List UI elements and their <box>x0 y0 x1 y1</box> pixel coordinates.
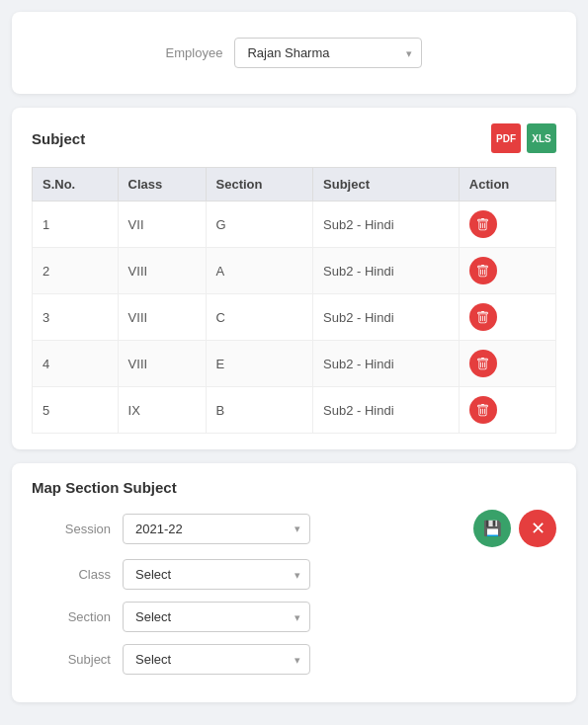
cell-subject: Sub2 - Hindi <box>313 387 460 434</box>
section-select[interactable]: Select <box>123 602 310 632</box>
subject-select-wrapper[interactable]: Select ▾ <box>123 644 310 675</box>
cell-action <box>459 341 555 387</box>
subject-label: Subject <box>32 652 111 667</box>
subject-select[interactable]: Select <box>123 644 310 675</box>
map-section-header: Map Section Subject <box>32 479 556 496</box>
section-row: Section Select ▾ <box>32 602 556 632</box>
class-select[interactable]: Select <box>123 559 310 590</box>
delete-button[interactable] <box>469 350 497 377</box>
trash-icon <box>476 404 489 417</box>
cell-section: B <box>206 387 313 434</box>
cell-class: VIII <box>118 294 206 341</box>
delete-button[interactable] <box>469 257 497 284</box>
session-row: Session 2021-22 ▾ 💾 ✕ <box>32 510 556 547</box>
delete-button[interactable] <box>469 396 497 424</box>
cell-class: VII <box>118 201 206 248</box>
xls-label: XLS <box>532 133 550 144</box>
employee-card: Employee Rajan Sharma ▾ <box>12 12 576 94</box>
col-sno: S.No. <box>33 168 119 201</box>
session-select[interactable]: 2021-22 <box>123 514 310 544</box>
save-button[interactable]: 💾 <box>473 510 511 547</box>
table-head: S.No. Class Section Subject Action <box>33 168 556 201</box>
cell-sno: 1 <box>33 201 119 248</box>
col-section: Section <box>206 168 313 201</box>
cell-subject: Sub2 - Hindi <box>313 201 460 248</box>
cell-subject: Sub2 - Hindi <box>313 341 460 387</box>
table-header-row: S.No. Class Section Subject Action <box>33 168 556 201</box>
map-section-card: Map Section Subject Session 2021-22 ▾ 💾 … <box>12 463 576 702</box>
employee-label: Employee <box>166 45 223 60</box>
delete-button[interactable] <box>469 210 497 238</box>
cell-sno: 3 <box>33 294 119 341</box>
pdf-label: PDF <box>496 133 516 144</box>
trash-icon <box>476 218 489 231</box>
session-label: Session <box>32 522 111 536</box>
cell-section: G <box>206 201 313 248</box>
subject-card: Subject PDF XLS S.No. Class Section Subj… <box>12 108 576 449</box>
cell-section: A <box>206 248 313 294</box>
form-actions: 💾 ✕ <box>473 510 556 547</box>
cell-action <box>459 248 555 294</box>
cell-class: VIII <box>118 248 206 294</box>
class-label: Class <box>32 567 111 582</box>
subject-section-header: Subject PDF XLS <box>32 123 556 153</box>
cell-class: VIII <box>118 341 206 387</box>
xls-export-button[interactable]: XLS <box>527 123 556 153</box>
employee-select[interactable]: Rajan Sharma <box>234 38 422 68</box>
class-row: Class Select ▾ <box>32 559 556 590</box>
employee-row: Employee Rajan Sharma ▾ <box>32 28 556 78</box>
cancel-button[interactable]: ✕ <box>519 510 556 547</box>
cell-section: C <box>206 294 313 341</box>
col-subject: Subject <box>313 168 460 201</box>
table-row: 2 VIII A Sub2 - Hindi <box>33 248 556 294</box>
section-label: Section <box>32 609 111 624</box>
cell-class: IX <box>118 387 206 434</box>
table-row: 3 VIII C Sub2 - Hindi <box>33 294 556 341</box>
col-action: Action <box>459 168 555 201</box>
table-row: 5 IX B Sub2 - Hindi <box>33 387 556 434</box>
employee-select-wrapper[interactable]: Rajan Sharma ▾ <box>234 38 422 68</box>
cell-action <box>459 387 555 434</box>
delete-button[interactable] <box>469 303 497 331</box>
col-class: Class <box>118 168 206 201</box>
table-row: 1 VII G Sub2 - Hindi <box>33 201 556 248</box>
table-row: 4 VIII E Sub2 - Hindi <box>33 341 556 387</box>
cell-subject: Sub2 - Hindi <box>313 248 460 294</box>
class-select-wrapper[interactable]: Select ▾ <box>123 559 310 590</box>
trash-icon <box>476 265 489 278</box>
export-icons: PDF XLS <box>491 123 556 153</box>
cell-action <box>459 294 555 341</box>
cell-sno: 4 <box>33 341 119 387</box>
section-select-wrapper[interactable]: Select ▾ <box>123 602 310 632</box>
subject-row: Subject Select ▾ <box>32 644 556 675</box>
cell-subject: Sub2 - Hindi <box>313 294 460 341</box>
table-body: 1 VII G Sub2 - Hindi 2 VIII A Sub2 - Hin… <box>33 201 556 434</box>
trash-icon <box>476 358 489 370</box>
trash-icon <box>476 311 489 324</box>
cancel-icon: ✕ <box>531 518 546 539</box>
cell-action <box>459 201 555 248</box>
cell-sno: 5 <box>33 387 119 434</box>
save-icon: 💾 <box>483 520 502 537</box>
subject-table: S.No. Class Section Subject Action 1 VII… <box>32 167 556 434</box>
pdf-export-button[interactable]: PDF <box>491 123 521 153</box>
map-section-title: Map Section Subject <box>32 479 177 496</box>
session-select-wrapper[interactable]: 2021-22 ▾ <box>123 514 310 544</box>
subject-title: Subject <box>32 130 85 147</box>
cell-sno: 2 <box>33 248 119 294</box>
cell-section: E <box>206 341 313 387</box>
